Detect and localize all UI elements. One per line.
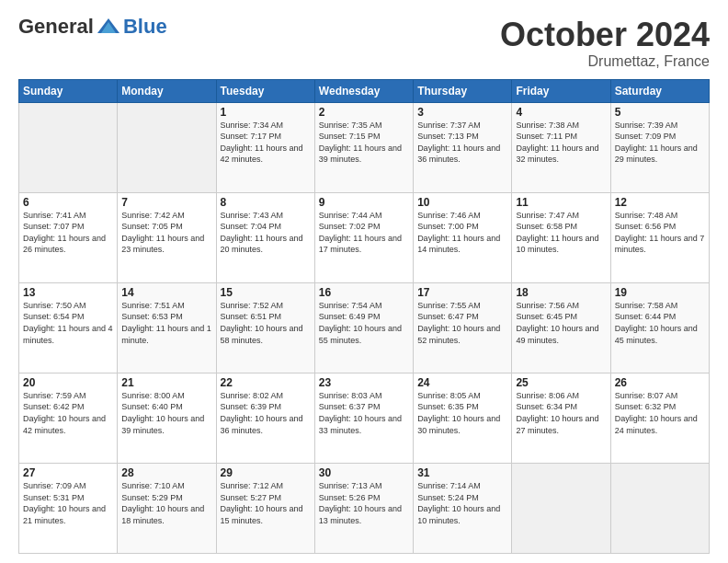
logo-icon (96, 17, 121, 37)
weekday-header-wednesday: Wednesday (314, 79, 413, 102)
day-info: Sunrise: 7:52 AMSunset: 6:51 PMDaylight:… (221, 300, 311, 346)
day-number: 19 (615, 286, 705, 299)
calendar-cell: 6Sunrise: 7:41 AMSunset: 7:07 PMDaylight… (19, 192, 118, 282)
day-info: Sunrise: 7:56 AMSunset: 6:45 PMDaylight:… (516, 300, 606, 346)
week-row-3: 13Sunrise: 7:50 AMSunset: 6:54 PMDayligh… (19, 282, 710, 373)
day-number: 24 (417, 376, 507, 389)
day-info: Sunrise: 7:37 AMSunset: 7:13 PMDaylight:… (417, 120, 507, 166)
calendar-cell: 11Sunrise: 7:47 AMSunset: 6:58 PMDayligh… (512, 192, 610, 282)
day-number: 21 (121, 376, 211, 389)
calendar-cell: 29Sunrise: 7:12 AMSunset: 5:27 PMDayligh… (216, 463, 314, 553)
calendar-cell: 28Sunrise: 7:10 AMSunset: 5:29 PMDayligh… (118, 463, 216, 553)
logo-text: General Blue (18, 17, 167, 37)
weekday-header-saturday: Saturday (610, 79, 709, 102)
calendar-cell: 20Sunrise: 7:59 AMSunset: 6:42 PMDayligh… (19, 373, 118, 463)
title-block: October 2024 Drumettaz, France (500, 17, 710, 70)
day-info: Sunrise: 7:10 AMSunset: 5:29 PMDaylight:… (121, 480, 211, 526)
day-number: 11 (516, 196, 606, 209)
calendar-cell: 21Sunrise: 8:00 AMSunset: 6:40 PMDayligh… (118, 373, 216, 463)
calendar-cell: 2Sunrise: 7:35 AMSunset: 7:15 PMDaylight… (314, 102, 413, 192)
calendar-cell: 15Sunrise: 7:52 AMSunset: 6:51 PMDayligh… (216, 282, 314, 373)
day-number: 7 (121, 196, 211, 209)
day-info: Sunrise: 7:54 AMSunset: 6:49 PMDaylight:… (319, 300, 409, 346)
calendar-cell: 7Sunrise: 7:42 AMSunset: 7:05 PMDaylight… (118, 192, 216, 282)
day-info: Sunrise: 7:41 AMSunset: 7:07 PMDaylight:… (23, 210, 113, 256)
weekday-header-thursday: Thursday (414, 79, 512, 102)
day-number: 18 (516, 286, 606, 299)
week-row-4: 20Sunrise: 7:59 AMSunset: 6:42 PMDayligh… (19, 373, 710, 463)
calendar-cell: 13Sunrise: 7:50 AMSunset: 6:54 PMDayligh… (19, 282, 118, 373)
calendar-cell: 23Sunrise: 8:03 AMSunset: 6:37 PMDayligh… (314, 373, 413, 463)
weekday-header-monday: Monday (118, 79, 216, 102)
day-number: 26 (615, 376, 705, 389)
day-info: Sunrise: 8:03 AMSunset: 6:37 PMDaylight:… (319, 390, 409, 436)
day-number: 10 (417, 196, 507, 209)
week-row-2: 6Sunrise: 7:41 AMSunset: 7:07 PMDaylight… (19, 192, 710, 282)
calendar-cell: 9Sunrise: 7:44 AMSunset: 7:02 PMDaylight… (314, 192, 413, 282)
calendar-cell: 24Sunrise: 8:05 AMSunset: 6:35 PMDayligh… (414, 373, 512, 463)
day-number: 27 (23, 466, 113, 479)
calendar-cell (512, 463, 610, 553)
logo-blue: Blue (123, 17, 167, 37)
calendar-cell (19, 102, 118, 192)
day-number: 4 (516, 106, 606, 119)
calendar-cell: 31Sunrise: 7:14 AMSunset: 5:24 PMDayligh… (414, 463, 512, 553)
day-info: Sunrise: 8:02 AMSunset: 6:39 PMDaylight:… (221, 390, 311, 436)
day-number: 31 (417, 466, 507, 479)
day-number: 20 (23, 376, 113, 389)
day-info: Sunrise: 7:51 AMSunset: 6:53 PMDaylight:… (121, 300, 211, 346)
day-number: 30 (319, 466, 409, 479)
day-number: 6 (23, 196, 113, 209)
day-info: Sunrise: 7:58 AMSunset: 6:44 PMDaylight:… (615, 300, 705, 346)
day-info: Sunrise: 7:42 AMSunset: 7:05 PMDaylight:… (121, 210, 211, 256)
calendar-cell: 8Sunrise: 7:43 AMSunset: 7:04 PMDaylight… (216, 192, 314, 282)
calendar-cell: 10Sunrise: 7:46 AMSunset: 7:00 PMDayligh… (414, 192, 512, 282)
header: General Blue October 2024 Drumettaz, Fra… (18, 17, 710, 70)
weekday-header-row: SundayMondayTuesdayWednesdayThursdayFrid… (19, 79, 710, 102)
calendar-cell (118, 102, 216, 192)
calendar-cell: 25Sunrise: 8:06 AMSunset: 6:34 PMDayligh… (512, 373, 610, 463)
month-title: October 2024 (500, 17, 710, 53)
day-number: 3 (417, 106, 507, 119)
day-info: Sunrise: 7:09 AMSunset: 5:31 PMDaylight:… (23, 480, 113, 526)
day-number: 29 (221, 466, 311, 479)
calendar-cell: 3Sunrise: 7:37 AMSunset: 7:13 PMDaylight… (414, 102, 512, 192)
day-info: Sunrise: 7:48 AMSunset: 6:56 PMDaylight:… (615, 210, 705, 256)
calendar-cell: 19Sunrise: 7:58 AMSunset: 6:44 PMDayligh… (610, 282, 709, 373)
day-info: Sunrise: 7:50 AMSunset: 6:54 PMDaylight:… (23, 300, 113, 346)
day-number: 13 (23, 286, 113, 299)
day-number: 2 (319, 106, 409, 119)
day-number: 12 (615, 196, 705, 209)
calendar-cell: 17Sunrise: 7:55 AMSunset: 6:47 PMDayligh… (414, 282, 512, 373)
day-number: 17 (417, 286, 507, 299)
day-info: Sunrise: 7:38 AMSunset: 7:11 PMDaylight:… (516, 120, 606, 166)
day-info: Sunrise: 7:14 AMSunset: 5:24 PMDaylight:… (417, 480, 507, 526)
week-row-1: 1Sunrise: 7:34 AMSunset: 7:17 PMDaylight… (19, 102, 710, 192)
day-info: Sunrise: 7:55 AMSunset: 6:47 PMDaylight:… (417, 300, 507, 346)
calendar-cell: 4Sunrise: 7:38 AMSunset: 7:11 PMDaylight… (512, 102, 610, 192)
day-number: 8 (221, 196, 311, 209)
calendar-cell: 16Sunrise: 7:54 AMSunset: 6:49 PMDayligh… (314, 282, 413, 373)
day-info: Sunrise: 7:34 AMSunset: 7:17 PMDaylight:… (221, 120, 311, 166)
location: Drumettaz, France (500, 53, 710, 70)
day-info: Sunrise: 7:39 AMSunset: 7:09 PMDaylight:… (615, 120, 705, 166)
calendar-cell: 26Sunrise: 8:07 AMSunset: 6:32 PMDayligh… (610, 373, 709, 463)
day-number: 14 (121, 286, 211, 299)
day-info: Sunrise: 8:06 AMSunset: 6:34 PMDaylight:… (516, 390, 606, 436)
day-info: Sunrise: 7:59 AMSunset: 6:42 PMDaylight:… (23, 390, 113, 436)
logo-general: General (18, 17, 94, 37)
calendar-cell: 22Sunrise: 8:02 AMSunset: 6:39 PMDayligh… (216, 373, 314, 463)
day-info: Sunrise: 7:12 AMSunset: 5:27 PMDaylight:… (221, 480, 311, 526)
weekday-header-friday: Friday (512, 79, 610, 102)
day-number: 9 (319, 196, 409, 209)
day-info: Sunrise: 8:00 AMSunset: 6:40 PMDaylight:… (121, 390, 211, 436)
day-info: Sunrise: 7:35 AMSunset: 7:15 PMDaylight:… (319, 120, 409, 166)
calendar-cell: 18Sunrise: 7:56 AMSunset: 6:45 PMDayligh… (512, 282, 610, 373)
day-number: 16 (319, 286, 409, 299)
calendar-cell: 27Sunrise: 7:09 AMSunset: 5:31 PMDayligh… (19, 463, 118, 553)
day-number: 23 (319, 376, 409, 389)
day-info: Sunrise: 7:43 AMSunset: 7:04 PMDaylight:… (221, 210, 311, 256)
day-number: 22 (221, 376, 311, 389)
day-number: 25 (516, 376, 606, 389)
day-info: Sunrise: 7:46 AMSunset: 7:00 PMDaylight:… (417, 210, 507, 256)
